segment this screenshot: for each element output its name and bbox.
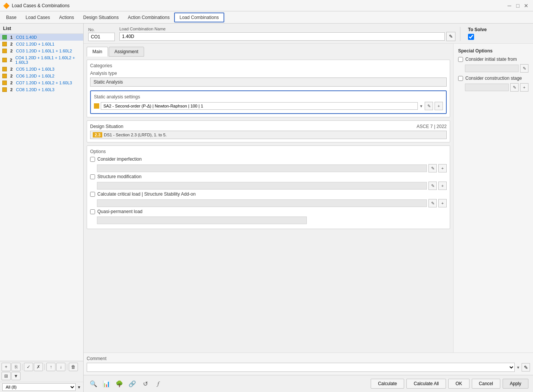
construction-stage-edit-btn[interactable]: ✎ <box>510 83 519 92</box>
apply-button[interactable]: Apply <box>503 379 528 389</box>
formula-button[interactable]: 𝑓 <box>153 378 163 389</box>
structure-mod-new-btn[interactable]: + <box>438 182 447 190</box>
extra-button[interactable]: ▼ <box>11 372 21 380</box>
calculate-all-button[interactable]: Calculate All <box>406 379 446 389</box>
list-item[interactable]: 1 CO1 1.40D <box>0 34 83 41</box>
item-color <box>2 87 7 92</box>
item-name: CO4 1.20D + 1.60L1 + 1.60L2 + 1.60L3 <box>15 55 81 65</box>
no-input[interactable] <box>88 33 115 41</box>
item-number: 1 <box>8 35 14 40</box>
menubar: Base Load Cases Actions Design Situation… <box>0 11 533 24</box>
item-color <box>2 67 7 71</box>
search-button[interactable]: 🔍 <box>88 378 99 389</box>
option-structure-mod: Structure modification ✎ + <box>90 174 447 190</box>
content-area: Main Assignment Categories Analysis type… <box>84 44 533 352</box>
tosolve-checkbox[interactable] <box>468 34 474 40</box>
undo-button[interactable]: ↺ <box>140 378 151 389</box>
ds-standard: ASCE 7 | 2022 <box>417 124 447 129</box>
menu-actions[interactable]: Actions <box>54 13 78 22</box>
menu-designsituations[interactable]: Design Situations <box>79 13 123 22</box>
construction-stage-label: Consider construction stage <box>465 76 522 81</box>
name-input[interactable] <box>119 32 445 41</box>
list-item[interactable]: 2 CO7 1.20D + 1.60L2 + 1.60L3 <box>0 79 83 86</box>
option-imperfection: Consider imperfection ✎ + <box>90 156 447 172</box>
item-number: 2 <box>8 58 14 62</box>
menu-loadcombinations[interactable]: Load Combinations <box>174 13 224 22</box>
tab-assignment[interactable]: Assignment <box>109 47 144 57</box>
no-label: No. <box>88 27 115 32</box>
item-color <box>2 35 7 40</box>
structure-mod-label: Structure modification <box>97 174 141 179</box>
item-color <box>2 49 7 53</box>
options-section: Options Consider imperfection ✎ + <box>87 145 450 229</box>
critical-load-new-btn[interactable]: + <box>438 199 447 207</box>
tosolve-label: To Solve <box>468 27 528 32</box>
link-button[interactable]: 🔗 <box>127 378 138 389</box>
sa-edit-button[interactable]: ✎ <box>425 102 433 110</box>
imperfection-checkbox[interactable] <box>90 157 95 162</box>
menu-actioncombinations[interactable]: Action Combinations <box>123 13 174 22</box>
copy-button[interactable]: ⎘ <box>11 363 21 371</box>
view-button[interactable]: ⊞ <box>2 372 11 380</box>
quasi-permanent-checkbox[interactable] <box>90 209 95 214</box>
sa-color-indicator <box>94 103 99 109</box>
tree-button[interactable]: 🌳 <box>114 378 125 389</box>
sa-settings-container: Static analysis settings SA2 - Second-or… <box>90 90 447 114</box>
tab-main[interactable]: Main <box>87 47 108 57</box>
add-button[interactable]: + <box>2 363 11 371</box>
bottom-icons: 🔍 📊 🌳 🔗 ↺ 𝑓 <box>88 378 163 389</box>
item-name: CO5 1.20D + 1.60L3 <box>16 67 54 71</box>
list-item[interactable]: 2 CO6 1.20D + 1.60L2 <box>0 73 83 79</box>
move-down-button[interactable]: ↓ <box>56 363 65 371</box>
check-button[interactable]: ✓ <box>24 363 33 371</box>
minimize-button[interactable]: ─ <box>506 2 513 9</box>
filter-select[interactable]: All (8) <box>2 383 76 391</box>
delete-button[interactable]: 🗑 <box>69 363 78 371</box>
filter-arrow[interactable]: ▼ <box>77 385 81 389</box>
critical-load-edit-btn[interactable]: ✎ <box>428 199 437 207</box>
item-name: CO6 1.20D + 1.60L2 <box>16 74 54 78</box>
imperfection-label: Consider imperfection <box>97 156 142 162</box>
item-name: CO7 1.20D + 1.60L2 + 1.60L3 <box>16 81 72 85</box>
item-number: 2 <box>8 74 14 78</box>
left-filter: All (8) ▼ <box>0 382 83 392</box>
item-color <box>2 58 7 62</box>
categories-title: Categories <box>90 63 447 68</box>
construction-stage-new-btn[interactable]: + <box>520 83 528 92</box>
list-item[interactable]: 2 CO5 1.20D + 1.60L3 <box>0 66 83 73</box>
ok-button[interactable]: OK <box>448 379 469 389</box>
construction-stage-checkbox[interactable] <box>458 76 463 81</box>
item-name: CO8 1.20D + 1.60L3 <box>16 87 54 92</box>
menu-loadcases[interactable]: Load Cases <box>21 13 54 22</box>
critical-load-checkbox[interactable] <box>90 192 95 197</box>
close-button[interactable]: ✕ <box>522 2 530 9</box>
initial-state-checkbox[interactable] <box>458 57 463 62</box>
uncheck-button[interactable]: ✗ <box>34 363 43 371</box>
list-item[interactable]: 2 CO3 1.20D + 1.60L1 + 1.60L2 <box>0 47 83 54</box>
menu-base[interactable]: Base <box>2 13 21 22</box>
comment-edit-button[interactable]: ✎ <box>522 363 530 371</box>
imperfection-edit-btn[interactable]: ✎ <box>428 164 437 172</box>
option-critical-load: Calculate critical load | Structure Stab… <box>90 191 447 207</box>
list-item[interactable]: 2 CO8 1.20D + 1.60L3 <box>0 86 83 93</box>
structure-mod-edit-btn[interactable]: ✎ <box>428 182 437 190</box>
move-up-button[interactable]: ↑ <box>46 363 56 371</box>
sa-new-button[interactable]: + <box>435 102 443 110</box>
list-item[interactable]: 2 CO2 1.20D + 1.60L1 <box>0 41 83 47</box>
sa-select[interactable]: SA2 - Second-order (P-Δ) | Newton-Raphso… <box>101 102 418 110</box>
list-items: 1 CO1 1.40D 2 CO2 1.20D + 1.60L1 2 CO3 1… <box>0 34 83 361</box>
table-button[interactable]: 📊 <box>101 378 112 389</box>
imperfection-new-btn[interactable]: + <box>438 164 447 172</box>
ds-value: 2.3 DS1 - Section 2.3 (LRFD), 1. to 5. <box>90 131 447 139</box>
calculate-button[interactable]: Calculate <box>371 379 404 389</box>
cancel-button[interactable]: Cancel <box>472 379 500 389</box>
structure-mod-checkbox[interactable] <box>90 174 95 179</box>
name-edit-button[interactable]: ✎ <box>446 32 455 41</box>
comment-row: ▼ ✎ <box>87 363 530 372</box>
list-item[interactable]: 2 CO4 1.20D + 1.60L1 + 1.60L2 + 1.60L3 <box>0 54 83 66</box>
tosolve-section: To Solve <box>460 27 528 41</box>
initial-state-edit-btn[interactable]: ✎ <box>520 64 528 73</box>
ds-text: DS1 - Section 2.3 (LRFD), 1. to 5. <box>104 133 167 137</box>
maximize-button[interactable]: □ <box>514 2 522 9</box>
comment-select[interactable] <box>87 363 515 372</box>
